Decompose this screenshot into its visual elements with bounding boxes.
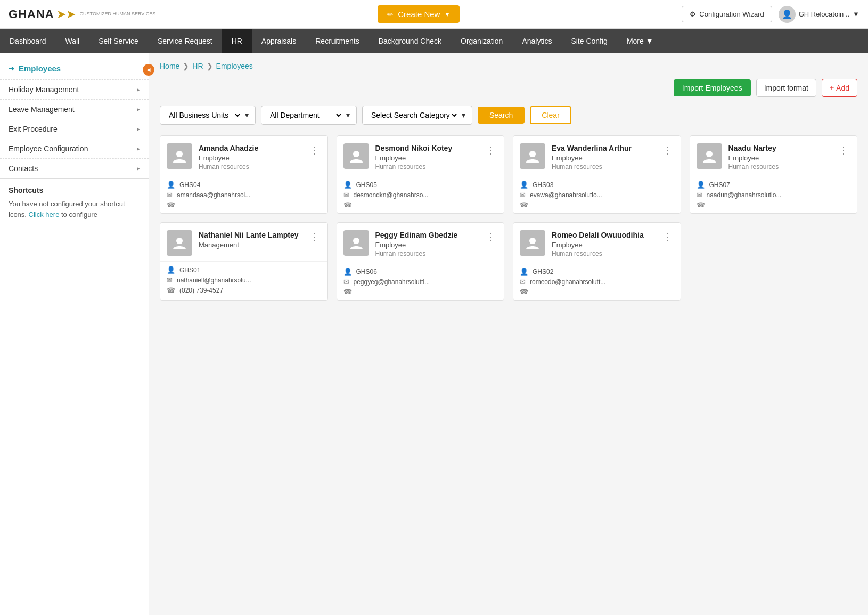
employee-phone-row: ☎: [520, 288, 674, 296]
employee-name: Nathaniel Nii Lante Lamptey: [199, 230, 301, 240]
department-select[interactable]: All Department ▾: [261, 106, 357, 125]
nav-item-dashboard[interactable]: Dashboard: [0, 29, 56, 53]
sidebar-header: ➜ Employees ◄: [0, 60, 149, 79]
nav-item-recruitments[interactable]: Recruitments: [306, 29, 369, 53]
kebab-menu-button[interactable]: ⋮: [484, 230, 497, 244]
card-footer: 👤 GHS05 ✉ desmondkn@ghanahrso... ☎: [337, 176, 504, 213]
shortcuts-text: You have not configured your shortcut ic…: [9, 199, 140, 220]
sidebar-item-exit-procedure[interactable]: Exit Procedure ▸: [0, 119, 149, 139]
employee-role: Employee: [728, 154, 831, 162]
breadcrumb-hr[interactable]: HR: [192, 62, 203, 70]
nav-item-more[interactable]: More ▼: [617, 29, 663, 53]
more-caret-icon: ▼: [646, 37, 653, 45]
email-icon: ✉: [520, 191, 526, 199]
nav-item-hr[interactable]: HR: [222, 29, 252, 53]
category-select[interactable]: Select Search Category ▾: [362, 106, 472, 125]
sidebar-active-label: Employees: [19, 64, 61, 73]
sidebar-item-leave-management[interactable]: Leave Management ▸: [0, 99, 149, 119]
kebab-menu-button[interactable]: ⋮: [837, 143, 850, 157]
kebab-menu-button[interactable]: ⋮: [484, 143, 497, 157]
phone-icon: ☎: [520, 288, 528, 296]
sidebar-item-employee-configuration[interactable]: Employee Configuration ▸: [0, 139, 149, 158]
employee-role: Employee: [199, 154, 301, 162]
employee-dept: Human resources: [728, 163, 831, 171]
employee-phone: (020) 739-4527: [179, 287, 223, 294]
employee-name: Desmond Nikoi Kotey: [375, 143, 478, 153]
shortcuts-section: Shortcuts You have not configured your s…: [0, 178, 149, 227]
business-unit-select[interactable]: All Business Units ▾: [160, 106, 256, 125]
employee-phone-row: ☎: [697, 201, 851, 209]
card-header: Nathaniel Nii Lante Lamptey Management ⋮: [160, 223, 327, 261]
employee-name: Naadu Nartey: [728, 143, 831, 153]
kebab-menu-button[interactable]: ⋮: [660, 143, 674, 157]
card-info: Desmond Nikoi Kotey Employee Human resou…: [375, 143, 478, 171]
nav-item-background-check[interactable]: Background Check: [369, 29, 451, 53]
phone-icon: ☎: [520, 201, 528, 209]
chevron-right-icon: ▸: [137, 106, 140, 113]
employee-id-row: 👤 GHS04: [167, 181, 321, 189]
card-header: Eva Wanderlina Arthur Employee Human res…: [513, 136, 681, 176]
svg-point-0: [176, 151, 183, 157]
kebab-menu-button[interactable]: ⋮: [660, 230, 674, 244]
user-id-icon: 👤: [520, 181, 528, 189]
phone-icon: ☎: [697, 201, 705, 209]
kebab-menu-button[interactable]: ⋮: [307, 230, 321, 244]
card-header: Naadu Nartey Employee Human resources ⋮: [690, 136, 857, 176]
clear-button[interactable]: Clear: [530, 106, 571, 124]
employee-id-row: 👤 GHS02: [520, 268, 674, 276]
employee-email: desmondkn@ghanahrso...: [354, 191, 429, 199]
business-unit-dropdown[interactable]: All Business Units: [167, 110, 242, 120]
svg-point-2: [529, 151, 536, 157]
employee-email-row: ✉ desmondkn@ghanahrso...: [343, 191, 498, 199]
import-employees-button[interactable]: Import Employees: [674, 79, 751, 96]
employee-email-row: ✉ amandaaa@ghanahrsol...: [167, 191, 321, 199]
top-bar: GHANA ➤➤ CUSTOMIZED HUMAN SERVICES ✏ Cre…: [0, 0, 868, 29]
employee-role: Employee: [552, 241, 654, 249]
sidebar-active-icon: ➜: [9, 64, 14, 72]
employee-role: Employee: [375, 154, 478, 162]
employee-id-row: 👤 GHS05: [343, 181, 498, 189]
nav-item-organization[interactable]: Organization: [451, 29, 512, 53]
config-wizard-button[interactable]: ⚙ Configuration Wizard: [682, 6, 772, 22]
category-dropdown[interactable]: Select Search Category: [369, 110, 458, 120]
nav-item-self-service[interactable]: Self Service: [89, 29, 148, 53]
search-button[interactable]: Search: [478, 107, 525, 124]
card-avatar: [520, 143, 545, 169]
create-new-button[interactable]: ✏ Create New ▼: [378, 5, 460, 23]
nav-item-appraisals[interactable]: Appraisals: [252, 29, 306, 53]
card-footer: 👤 GHS03 ✉ evawa@ghanahrsolutio... ☎: [513, 176, 681, 213]
chevron-right-icon: ▸: [137, 165, 140, 172]
employee-id: GHS07: [709, 181, 730, 189]
sidebar-item-contacts[interactable]: Contacts ▸: [0, 158, 149, 178]
card-avatar: [167, 230, 192, 256]
click-here-link[interactable]: Click here: [29, 211, 60, 219]
department-dropdown[interactable]: All Department: [268, 110, 343, 120]
employee-card: Amanda Ahadzie Employee Human resources …: [160, 135, 328, 214]
sidebar-collapse-button[interactable]: ◄: [143, 64, 154, 76]
user-id-icon: 👤: [167, 181, 175, 189]
add-button[interactable]: + Add: [822, 79, 857, 97]
card-avatar: [343, 230, 369, 256]
card-header: Amanda Ahadzie Employee Human resources …: [160, 136, 327, 176]
employee-card: Romeo Delali Owuuodihia Employee Human r…: [513, 222, 681, 301]
card-header: Romeo Delali Owuuodihia Employee Human r…: [513, 223, 681, 263]
email-icon: ✉: [343, 191, 349, 199]
kebab-menu-button[interactable]: ⋮: [307, 143, 321, 157]
nav-item-site-config[interactable]: Site Config: [561, 29, 617, 53]
card-header: Peggy Edinam Gbedzie Employee Human reso…: [337, 223, 504, 263]
employee-card: Peggy Edinam Gbedzie Employee Human reso…: [337, 222, 505, 301]
svg-point-1: [353, 151, 359, 157]
card-info: Peggy Edinam Gbedzie Employee Human reso…: [375, 230, 478, 257]
employee-email-row: ✉ naadun@ghanahrsolutio...: [697, 191, 851, 199]
employee-id: GHS04: [179, 181, 200, 189]
user-menu[interactable]: 👤 GH Relocatoin .. ▼: [779, 6, 859, 23]
nav-item-analytics[interactable]: Analytics: [512, 29, 561, 53]
employee-card: Naadu Nartey Employee Human resources ⋮ …: [690, 135, 858, 214]
employee-id: GHS05: [356, 181, 377, 189]
breadcrumb-home[interactable]: Home: [160, 62, 179, 70]
card-header: Desmond Nikoi Kotey Employee Human resou…: [337, 136, 504, 176]
import-format-button[interactable]: Import format: [756, 79, 816, 97]
sidebar-item-holiday-management[interactable]: Holiday Management ▸: [0, 79, 149, 99]
nav-item-service-request[interactable]: Service Request: [148, 29, 222, 53]
nav-item-wall[interactable]: Wall: [56, 29, 89, 53]
